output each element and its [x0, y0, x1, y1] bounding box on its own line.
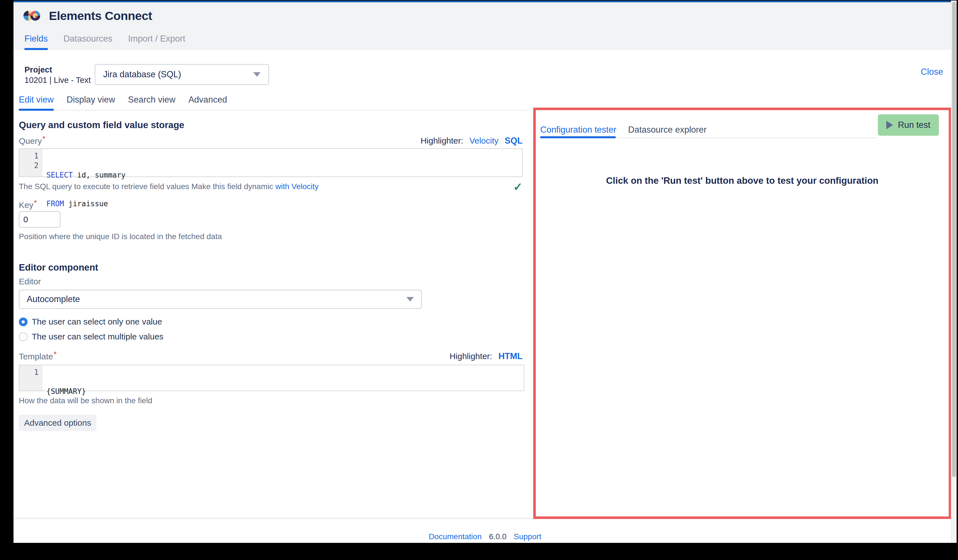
tester-message: Click on the 'Run test' button above to … — [536, 176, 949, 186]
tab-advanced[interactable]: Advanced — [188, 95, 227, 111]
main-tabs: Fields Datasources Import / Export — [24, 34, 185, 50]
tester-tabs: Configuration tester Datasource explorer — [540, 125, 707, 135]
template-line-numbers: 1 — [19, 365, 42, 391]
footer-divider — [13, 518, 533, 519]
valid-check-icon: ✓ — [513, 182, 523, 191]
query-help-row: The SQL query to execute to retrieve fie… — [19, 182, 523, 191]
key-help-text: Position where the unique ID is located … — [19, 232, 222, 241]
radio-unselected-icon[interactable] — [19, 332, 27, 341]
highlighter-velocity-link[interactable]: Velocity — [469, 136, 498, 146]
run-test-label: Run test — [898, 120, 930, 130]
query-code-area[interactable]: SELECT id, summary FROM jiraissue — [42, 149, 522, 176]
query-label: Query* — [19, 134, 45, 146]
template-help-text: How the data will be shown in the field — [19, 396, 152, 405]
tab-configuration-tester[interactable]: Configuration tester — [540, 125, 617, 135]
advanced-options-button[interactable]: Advanced options — [19, 415, 97, 431]
line-number: 2 — [19, 161, 38, 170]
template-label-row: Template* Highlighter: HTML — [19, 350, 523, 361]
version-label: 6.0.0 — [489, 532, 506, 541]
highlighter-label: Highlighter: — [420, 136, 463, 146]
project-value: 10201 | Live - Text — [24, 75, 91, 85]
app-logo-icon — [23, 8, 43, 23]
active-tab-underline — [540, 136, 615, 138]
key-input[interactable] — [19, 211, 60, 228]
template-highlighter-row: Highlighter: HTML — [449, 351, 523, 361]
run-test-button[interactable]: Run test — [878, 114, 939, 136]
radio-single-label[interactable]: The user can select only one value — [32, 317, 162, 326]
datasource-select[interactable]: Jira database (SQL) — [95, 64, 269, 85]
tab-datasource-explorer[interactable]: Datasource explorer — [628, 125, 707, 135]
line-number: 1 — [19, 151, 38, 161]
with-velocity-link[interactable]: with Velocity — [276, 182, 319, 191]
query-code-line-1: SELECT id, summary — [46, 170, 522, 180]
scrollbar-thumb[interactable] — [952, 2, 956, 477]
required-asterisk: * — [34, 199, 37, 207]
tab-import-export[interactable]: Import / Export — [128, 34, 185, 50]
play-icon — [886, 121, 893, 129]
tab-datasources[interactable]: Datasources — [63, 34, 113, 50]
query-section-heading: Query and custom field value storage — [19, 120, 184, 130]
query-help-text: The SQL query to execute to retrieve fie… — [19, 182, 319, 191]
highlighter-sql-link[interactable]: SQL — [504, 136, 523, 146]
highlighter-label: Highlighter: — [449, 351, 492, 361]
app-header: Elements Connect Fields Datasources Impo… — [13, 2, 956, 50]
scrollbar[interactable] — [951, 0, 956, 543]
close-button[interactable]: Close — [921, 67, 943, 77]
editor-section-heading: Editor component — [19, 262, 98, 273]
editor-select[interactable]: Autocomplete — [19, 290, 422, 309]
app-title: Elements Connect — [49, 9, 152, 23]
footer: Documentation 6.0.0 Support — [13, 532, 956, 541]
view-tabs: Edit view Display view Search view Advan… — [19, 95, 528, 111]
chevron-down-icon — [406, 297, 414, 302]
project-info: Project 10201 | Live - Text — [24, 65, 91, 85]
highlighter-html-link[interactable]: HTML — [498, 351, 523, 361]
template-code-line-1: {SUMMARY} — [46, 387, 524, 396]
template-code-area[interactable]: {SUMMARY} — [42, 365, 524, 391]
configuration-tester-panel: Configuration tester Datasource explorer… — [533, 108, 951, 519]
chevron-down-icon — [253, 72, 260, 77]
query-highlighter-row: Highlighter: Velocity SQL — [420, 136, 523, 146]
required-asterisk: * — [54, 350, 57, 359]
query-code-line-2: FROM jiraissue — [46, 199, 522, 209]
app-window: Elements Connect Fields Datasources Impo… — [13, 0, 956, 543]
editor-label: Editor — [19, 277, 41, 286]
required-asterisk: * — [43, 134, 46, 143]
template-label: Template* — [19, 350, 57, 361]
line-number: 1 — [19, 367, 38, 377]
tab-fields[interactable]: Fields — [24, 34, 48, 50]
project-label: Project — [24, 65, 91, 75]
editor-select-value: Autocomplete — [27, 294, 80, 304]
tab-display-view[interactable]: Display view — [67, 95, 115, 111]
template-code-editor: 1 {SUMMARY} — [19, 365, 524, 391]
tab-edit-view[interactable]: Edit view — [19, 95, 54, 111]
radio-selected-icon[interactable] — [19, 318, 27, 326]
query-code-editor: 1 2 SELECT id, summary FROM jiraissue — [19, 149, 523, 177]
key-label: Key* — [19, 199, 37, 210]
radio-multiple-label[interactable]: The user can select multiple values — [32, 332, 163, 342]
radio-single-value[interactable]: The user can select only one value — [19, 317, 162, 326]
query-label-row: Query* Highlighter: Velocity SQL — [19, 134, 523, 146]
documentation-link[interactable]: Documentation — [429, 532, 482, 541]
brand: Elements Connect — [23, 8, 152, 23]
support-link[interactable]: Support — [514, 532, 541, 541]
tab-search-view[interactable]: Search view — [128, 95, 175, 111]
query-line-numbers: 1 2 — [19, 149, 42, 176]
datasource-select-value: Jira database (SQL) — [103, 70, 181, 79]
radio-multiple-values[interactable]: The user can select multiple values — [19, 332, 163, 342]
